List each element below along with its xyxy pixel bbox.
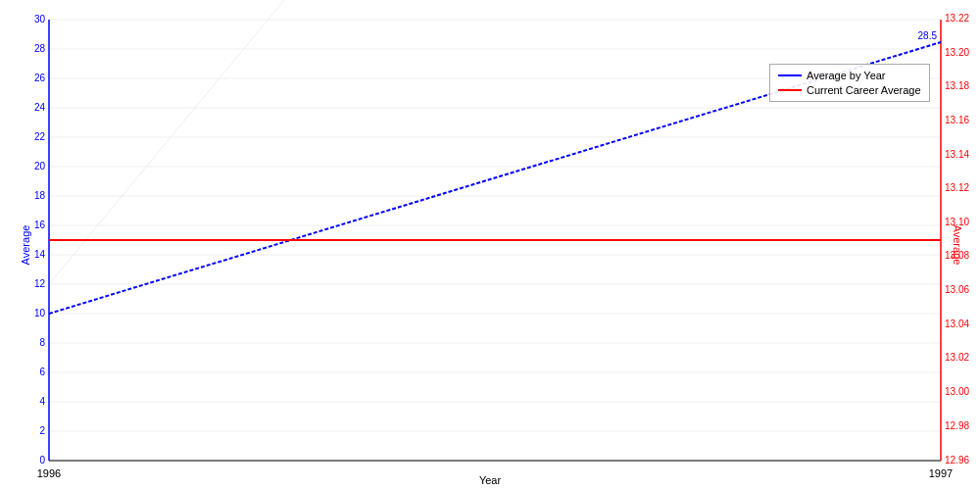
- svg-text:13.12: 13.12: [945, 182, 969, 193]
- svg-text:13.06: 13.06: [945, 284, 969, 295]
- svg-text:13.02: 13.02: [945, 352, 969, 363]
- svg-text:10: 10: [34, 308, 46, 318]
- svg-text:0: 0: [39, 455, 45, 466]
- svg-text:13.20: 13.20: [945, 47, 969, 58]
- x-axis-label: Year: [479, 474, 501, 486]
- svg-text:18: 18: [34, 190, 46, 201]
- svg-text:16: 16: [34, 220, 46, 230]
- y-axis-right-label: Average: [953, 225, 964, 266]
- svg-text:22: 22: [34, 131, 46, 142]
- svg-text:26: 26: [34, 73, 46, 83]
- legend-red-line: [778, 89, 802, 91]
- svg-text:28: 28: [34, 43, 46, 54]
- svg-text:13.00: 13.00: [945, 386, 969, 397]
- svg-text:13.14: 13.14: [945, 149, 969, 160]
- legend-item-red: Current Career Average: [778, 84, 921, 96]
- legend-box: Average by Year Current Career Average: [769, 64, 930, 102]
- svg-text:12.96: 12.96: [945, 455, 969, 466]
- blue-end-label: 28.5: [918, 30, 938, 41]
- svg-text:12.98: 12.98: [945, 420, 969, 431]
- y-axis-left-label: Average: [20, 225, 31, 266]
- svg-text:14: 14: [34, 249, 46, 260]
- svg-text:20: 20: [34, 161, 46, 172]
- svg-text:8: 8: [39, 337, 45, 348]
- svg-text:6: 6: [39, 367, 45, 377]
- x-label-right: 1997: [929, 467, 953, 479]
- svg-text:30: 30: [34, 14, 46, 24]
- svg-text:13.18: 13.18: [945, 80, 969, 91]
- svg-line-6: [49, 0, 284, 284]
- legend-blue-line: [778, 74, 802, 76]
- x-label-left: 1996: [37, 467, 61, 479]
- svg-text:24: 24: [34, 102, 46, 113]
- svg-text:13.04: 13.04: [945, 318, 969, 329]
- svg-text:2: 2: [39, 425, 45, 436]
- svg-text:12: 12: [34, 278, 46, 289]
- legend-red-label: Current Career Average: [807, 84, 921, 96]
- svg-text:13.22: 13.22: [945, 13, 969, 24]
- legend-item-blue: Average by Year: [778, 70, 921, 81]
- svg-text:4: 4: [39, 396, 45, 407]
- chart-container: 0 2 4 6 8 10 12 14 16 18 20 22 24 26 28 …: [0, 0, 980, 490]
- svg-text:13.16: 13.16: [945, 115, 969, 125]
- legend-blue-label: Average by Year: [807, 70, 886, 81]
